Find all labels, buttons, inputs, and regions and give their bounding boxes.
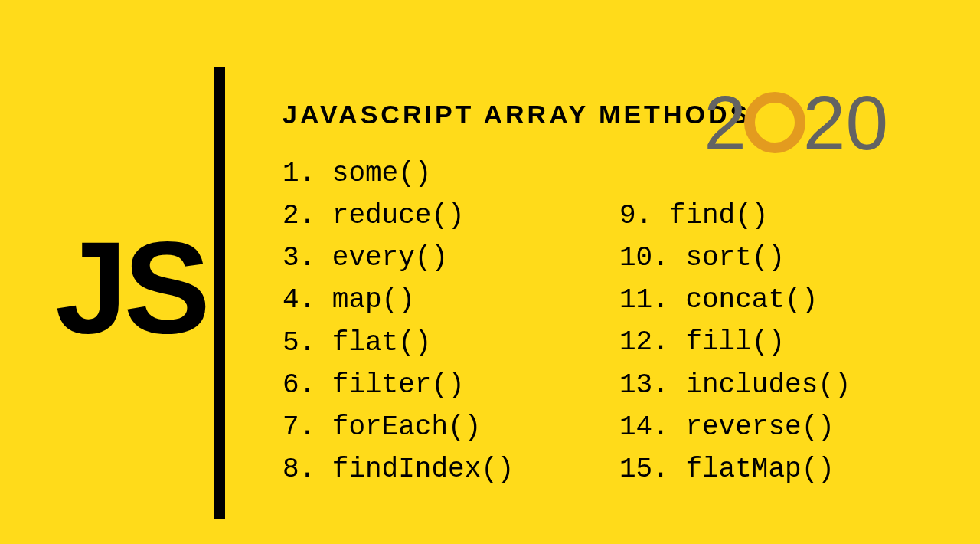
- method-item: 13. includes(): [619, 364, 851, 406]
- js-logo: JS: [55, 212, 207, 362]
- method-item: 10. sort(): [619, 237, 851, 279]
- year-text: 2 2 0: [704, 84, 888, 161]
- methods-column-left: 1. some() 2. reduce() 3. every() 4. map(…: [283, 152, 619, 490]
- methods-column-right: 9. find() 10. sort() 11. concat() 12. fi…: [619, 152, 851, 490]
- method-item: 14. reverse(): [619, 406, 851, 448]
- methods-columns: 1. some() 2. reduce() 3. every() 4. map(…: [283, 152, 980, 490]
- method-item: 6. filter(): [283, 364, 619, 406]
- method-item: 2. reduce(): [283, 195, 619, 237]
- method-item: 12. fill(): [619, 321, 851, 363]
- method-item: 4. map(): [283, 279, 619, 321]
- method-item: 8. findIndex(): [283, 448, 619, 490]
- method-item: 11. concat(): [619, 279, 851, 321]
- year-digit-1: 2: [704, 84, 746, 161]
- method-item: 3. every(): [283, 237, 619, 279]
- method-item: 15. flatMap(): [619, 448, 851, 490]
- method-item: 7. forEach(): [283, 406, 619, 448]
- method-item: 5. flat(): [283, 322, 619, 364]
- method-item: 9. find(): [619, 195, 851, 237]
- year-o-icon: [744, 92, 805, 153]
- year-digit-2: 2: [803, 84, 846, 161]
- method-item: 1. some(): [283, 152, 619, 195]
- vertical-divider: [214, 67, 225, 519]
- year-badge: 2 2 0: [704, 84, 888, 161]
- year-digit-3: 0: [845, 84, 888, 161]
- logo-section: JS: [0, 0, 214, 544]
- main-container: JS JAVASCRIPT ARRAY METHODS 1. some() 2.…: [0, 0, 980, 544]
